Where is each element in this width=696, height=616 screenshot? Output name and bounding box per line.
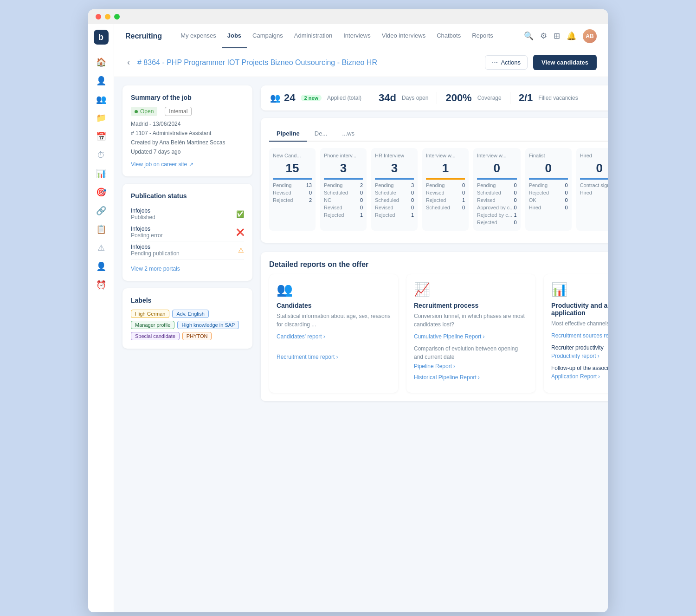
dot-red[interactable]: [96, 14, 101, 19]
sidebar-icon-link[interactable]: 🔗: [93, 202, 110, 219]
pcol-4-stat-1: Scheduled0: [477, 189, 517, 196]
pipeline-col-6: Hired 0 Contract sign...0 Hired0: [576, 148, 608, 231]
sidebar-icon-alert[interactable]: ⚠: [93, 240, 110, 256]
right-col: 👥 24 2 new Applied (total) 34d Days open…: [261, 85, 608, 401]
sidebar-icon-calendar[interactable]: 📅: [93, 128, 110, 145]
nav-video-interviews[interactable]: Video interviews: [376, 24, 431, 48]
dot-yellow[interactable]: [105, 14, 110, 19]
pub-icon-warn-2: ⚠: [238, 246, 244, 254]
pipeline-col-2: HR Interview 3 Pending3 Schedule0 Schedu…: [371, 148, 418, 231]
status-dot: [135, 110, 138, 113]
nav-administration[interactable]: Administration: [289, 24, 338, 48]
search-icon[interactable]: 🔍: [524, 31, 534, 41]
pub-status-1: Posting error: [131, 232, 163, 239]
pcol-2-stat-2: Scheduled0: [375, 196, 414, 204]
stats-bar: 👥 24 2 new Applied (total) 34d Days open…: [261, 85, 608, 110]
label-1[interactable]: Adv. English: [172, 310, 208, 318]
report-desc-1: Conversion funnel, in which phases are m…: [414, 312, 528, 329]
report-sub-2: Follow-up of the associated request: [551, 364, 608, 372]
summary-title: Summary of the job: [131, 94, 244, 101]
dot-green[interactable]: [114, 14, 120, 19]
sidebar-icon-clock[interactable]: ⏱: [93, 147, 110, 163]
label-3[interactable]: High knowledge in SAP: [177, 321, 239, 329]
pcol-4-stat-3: Approved by c...0: [477, 204, 517, 211]
pub-name-1: Infojobs: [131, 226, 163, 232]
stat-coverage: 200% Coverage: [437, 92, 510, 104]
pcol-4-stat-2: Revised0: [477, 196, 517, 204]
sidebar-logo[interactable]: b: [94, 30, 109, 45]
sidebar-icon-chart[interactable]: 📊: [93, 165, 110, 182]
pub-status-0: Published: [131, 214, 155, 220]
pcol-5-stat-2: OK0: [529, 196, 568, 204]
view-more-portals-link[interactable]: View 2 more portals: [131, 266, 180, 272]
back-button[interactable]: ‹: [125, 57, 132, 68]
career-link[interactable]: View job on career site ↗: [131, 161, 193, 168]
sidebar-icon-timer[interactable]: ⏰: [93, 277, 110, 293]
report-link-1-2[interactable]: Pipeline Report ›: [414, 363, 528, 370]
topnav-right: 🔍 ⚙ ⊞ 🔔 AB: [524, 29, 597, 43]
job-company: - Bizneo HR: [337, 58, 377, 66]
pcol-4-stat-4: Rejected by c...1: [477, 211, 517, 219]
pcol-4-stat-5: Rejected0: [477, 219, 517, 226]
browser-window: b 🏠 👤 👥 📁 📅 ⏱ 📊 🎯 🔗 📋 ⚠ 👤 ⏰ Recruiting M…: [88, 9, 608, 612]
report-link-2-4[interactable]: Application Report ›: [551, 373, 608, 380]
pub-row-0: Infojobs Published ✅: [131, 205, 244, 223]
sidebar-icon-user[interactable]: 👤: [93, 72, 110, 89]
report-link-0-1[interactable]: Recruitment time report ›: [277, 354, 391, 360]
report-link-2-2[interactable]: Productivity report ›: [551, 353, 608, 359]
pcol-2-stat-3: Revised0: [375, 204, 414, 211]
reports-section: Detailed reports on the offer 👥 Candidat…: [261, 252, 608, 401]
nav-my-expenses[interactable]: My expenses: [175, 24, 222, 48]
reports-section-title: Detailed reports on the offer: [269, 260, 608, 269]
actions-button[interactable]: ⋯ Actions: [485, 55, 528, 70]
ptab-details[interactable]: De...: [307, 126, 335, 142]
sidebar-icon-folder[interactable]: 📁: [93, 110, 110, 126]
publication-card: Publication status Infojobs Published ✅: [122, 184, 252, 281]
label-2[interactable]: Manager profile: [131, 321, 174, 329]
label-4[interactable]: Special candidate: [131, 332, 180, 340]
pcol-5-stat-1: Rejected0: [529, 189, 568, 196]
nav-reports[interactable]: Reports: [466, 24, 499, 48]
report-link-1-0[interactable]: Cumulative Pipeline Report ›: [414, 333, 528, 340]
position-id: # 1107 - Administrative Assistant: [131, 130, 244, 136]
sidebar: b 🏠 👤 👥 📁 📅 ⏱ 📊 🎯 🔗 📋 ⚠ 👤 ⏰: [88, 24, 114, 612]
sidebar-icon-profile[interactable]: 👤: [93, 258, 110, 275]
sidebar-icon-target[interactable]: 🎯: [93, 184, 110, 201]
ptab-pipeline[interactable]: Pipeline: [269, 126, 307, 142]
report-sub-1: Recruiter productivity: [551, 344, 608, 352]
report-card-2: 📊 Productivity and associated applicatio…: [544, 274, 608, 393]
notifications-icon[interactable]: 🔔: [567, 31, 576, 41]
nav-jobs[interactable]: Jobs: [222, 24, 247, 48]
topnav-brand: Recruiting: [125, 32, 162, 40]
pcol-5-stat-0: Pending0: [529, 182, 568, 189]
nav-interviews[interactable]: Interviews: [338, 24, 376, 48]
avatar[interactable]: AB: [583, 29, 597, 43]
label-0[interactable]: High German: [131, 310, 169, 318]
ptab-other[interactable]: ...ws: [335, 126, 362, 142]
stat-applied: 👥 24 2 new Applied (total): [270, 92, 370, 104]
main-cols: Summary of the job Open Internal Madrid …: [114, 77, 608, 409]
sidebar-icon-home[interactable]: 🏠: [93, 54, 110, 71]
candidates-icon: 👥: [277, 282, 391, 297]
sidebar-icon-list[interactable]: 📋: [93, 221, 110, 238]
nav-campaigns[interactable]: Campaigns: [247, 24, 289, 48]
nav-chatbots[interactable]: Chatbots: [431, 24, 466, 48]
status-badge: Open: [131, 107, 157, 116]
view-candidates-button[interactable]: View candidates: [533, 55, 597, 70]
label-5[interactable]: PHYTON: [182, 332, 212, 340]
report-link-0-0[interactable]: Candidates' report ›: [277, 333, 391, 340]
settings-icon[interactable]: ⚙: [540, 31, 547, 41]
internal-tag: Internal: [165, 107, 192, 116]
pipeline-col-1: Phone interview Phone interv... 3 Pendin…: [320, 148, 367, 231]
left-col: Summary of the job Open Internal Madrid …: [122, 85, 252, 349]
topnav: Recruiting My expenses Jobs Campaigns Ad…: [114, 24, 608, 48]
report-title-2: Productivity and associated application: [551, 302, 608, 317]
job-title-text: - PHP Programmer IOT Projects Bizneo Out…: [162, 58, 337, 66]
labels-wrap: High German Adv. English Manager profile…: [131, 310, 244, 340]
pcol-0-stat-0: Pending13: [273, 182, 312, 189]
apps-icon[interactable]: ⊞: [554, 31, 560, 41]
external-link-icon: ↗: [189, 161, 193, 168]
sidebar-icon-team[interactable]: 👥: [93, 91, 110, 108]
report-link-1-3[interactable]: Historical Pipeline Report ›: [414, 374, 528, 381]
report-link-2-0[interactable]: Recruitment sources report ›: [551, 332, 608, 339]
